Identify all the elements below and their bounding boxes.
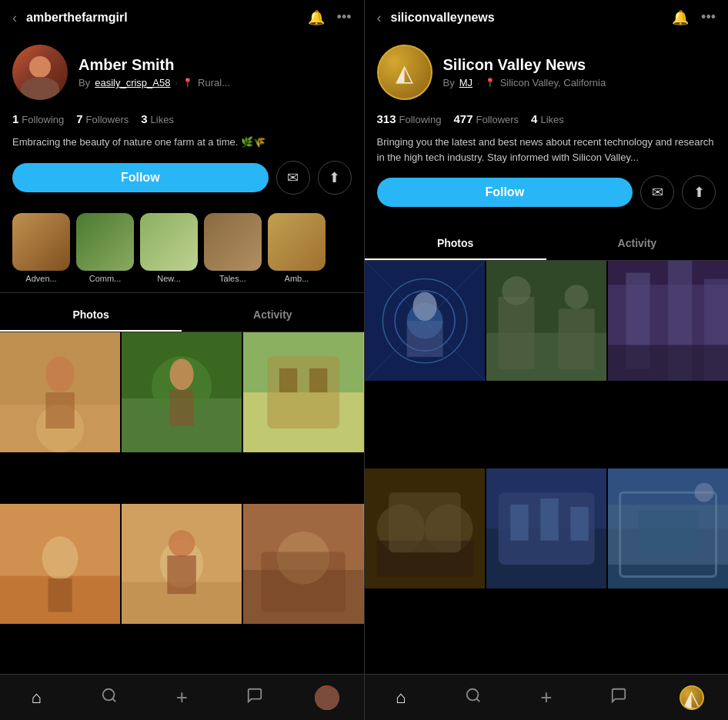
svg-rect-18 <box>48 578 72 612</box>
right-nav-add[interactable]: + <box>510 675 583 720</box>
svg-rect-38 <box>498 297 534 369</box>
left-message-nav-icon <box>246 687 263 708</box>
svg-point-22 <box>169 530 195 556</box>
right-by-label: By <box>443 77 455 88</box>
left-followers-count: 7 <box>76 112 82 125</box>
album-item-0[interactable]: Adven... <box>12 213 70 283</box>
left-message-button[interactable]: ✉ <box>276 161 310 195</box>
right-share-button[interactable]: ⬆ <box>682 175 716 209</box>
album-item-3[interactable]: Tales... <box>204 213 262 283</box>
left-separator <box>0 292 364 293</box>
left-location: Rural... <box>198 77 230 88</box>
left-tabs: Photos Activity <box>0 299 364 332</box>
left-nav-message[interactable] <box>219 675 292 720</box>
left-follow-button[interactable]: Follow <box>12 163 269 192</box>
album-label-2: New... <box>157 274 181 283</box>
left-tab-activity[interactable]: Activity <box>182 299 363 332</box>
right-followers-label: Followers <box>476 114 519 125</box>
left-nav-search[interactable] <box>73 675 146 720</box>
left-avatar <box>12 45 68 100</box>
album-thumb-3 <box>204 213 262 271</box>
left-stats: 1 Following 7 Followers 3 Likes <box>12 108 352 130</box>
right-avatar <box>377 45 432 100</box>
right-share-icon: ⬆ <box>693 184 705 201</box>
right-message-button[interactable]: ✉ <box>640 175 674 209</box>
svg-rect-52 <box>389 492 461 552</box>
left-tab-photos[interactable]: Photos <box>0 299 182 332</box>
left-more-icon[interactable]: ••• <box>337 9 352 26</box>
left-photo-5[interactable] <box>243 504 363 624</box>
left-add-icon: + <box>176 685 188 709</box>
svg-rect-12 <box>268 356 340 428</box>
left-photo-1[interactable] <box>122 332 242 452</box>
left-nav-home[interactable]: ⌂ <box>0 675 73 720</box>
right-likes-stat[interactable]: 4 Likes <box>531 112 564 125</box>
right-photo-3[interactable] <box>365 468 485 588</box>
left-display-name: Amber Smith <box>78 56 352 74</box>
left-share-button[interactable]: ⬆ <box>318 161 352 195</box>
svg-rect-47 <box>608 345 728 381</box>
left-back-icon[interactable]: ‹ <box>12 10 17 26</box>
left-following-stat[interactable]: 1 Following <box>12 112 64 125</box>
left-header: ‹ amberthefarmgirl 🔔 ••• <box>0 0 364 35</box>
svg-rect-39 <box>558 308 594 368</box>
right-nav-avatar <box>680 685 704 710</box>
svg-rect-9 <box>170 389 194 425</box>
left-followers-stat[interactable]: 7 Followers <box>76 112 129 125</box>
right-by-user[interactable]: MJ <box>459 77 473 88</box>
right-photo-5[interactable] <box>608 468 728 588</box>
svg-rect-58 <box>570 506 588 540</box>
left-albums-row: Adven... Comm... New... Tales... Amb... <box>0 210 364 289</box>
left-photo-2[interactable] <box>243 332 363 452</box>
svg-point-41 <box>564 285 588 308</box>
right-back-icon[interactable]: ‹ <box>377 10 382 26</box>
album-label-4: Amb... <box>285 274 309 283</box>
right-action-buttons: Follow ✉ ⬆ <box>377 172 716 218</box>
right-more-icon[interactable]: ••• <box>701 9 716 26</box>
album-thumb-4 <box>268 213 326 271</box>
album-thumb-2 <box>140 213 198 271</box>
album-label-0: Adven... <box>25 274 56 283</box>
left-photo-4[interactable] <box>122 504 242 624</box>
right-following-stat[interactable]: 313 Following <box>377 112 442 125</box>
right-nav-profile[interactable] <box>656 675 729 720</box>
album-item-1[interactable]: Comm... <box>76 213 134 283</box>
left-bell-icon[interactable]: 🔔 <box>308 9 325 26</box>
left-location-icon: 📍 <box>182 78 193 88</box>
left-by-user[interactable]: easily_crisp_A58 <box>95 77 170 88</box>
svg-point-64 <box>694 482 713 502</box>
left-meta-dot: · <box>175 77 178 88</box>
right-bell-icon[interactable]: 🔔 <box>672 9 689 26</box>
left-nav-profile[interactable] <box>291 675 364 720</box>
right-followers-stat[interactable]: 477 Followers <box>453 112 519 125</box>
svg-line-66 <box>112 698 115 702</box>
right-message-nav-icon <box>610 687 627 708</box>
left-profile-meta: By easily_crisp_A58 · 📍 Rural... <box>78 77 352 88</box>
right-photo-2[interactable] <box>608 261 728 381</box>
right-photo-4[interactable] <box>486 468 606 588</box>
left-action-buttons: Follow ✉ ⬆ <box>12 158 352 204</box>
right-nav-home[interactable]: ⌂ <box>365 675 438 720</box>
right-tab-activity[interactable]: Activity <box>546 228 728 260</box>
right-tab-photos[interactable]: Photos <box>365 228 546 260</box>
right-bio: Bringing you the latest and best news ab… <box>377 130 716 172</box>
right-nav-search[interactable] <box>437 675 510 720</box>
left-photo-0[interactable] <box>0 332 120 452</box>
right-search-icon <box>465 687 482 708</box>
right-follow-button[interactable]: Follow <box>377 178 633 207</box>
right-photo-1[interactable] <box>486 261 606 381</box>
left-likes-stat[interactable]: 3 Likes <box>141 112 174 125</box>
album-item-2[interactable]: New... <box>140 213 198 283</box>
left-likes-count: 3 <box>141 112 147 125</box>
left-nav-add[interactable]: + <box>145 675 219 720</box>
album-item-4[interactable]: Amb... <box>268 213 326 283</box>
right-nav-message[interactable] <box>583 675 656 720</box>
right-photo-0[interactable] <box>365 261 485 381</box>
left-photo-3[interactable] <box>0 504 120 624</box>
right-followers-count: 477 <box>453 112 473 125</box>
right-display-name: Silicon Valley News <box>443 56 716 74</box>
left-search-icon <box>101 687 118 708</box>
right-message-icon: ✉ <box>652 184 663 201</box>
right-home-icon: ⌂ <box>396 688 406 708</box>
svg-rect-4 <box>45 392 74 428</box>
